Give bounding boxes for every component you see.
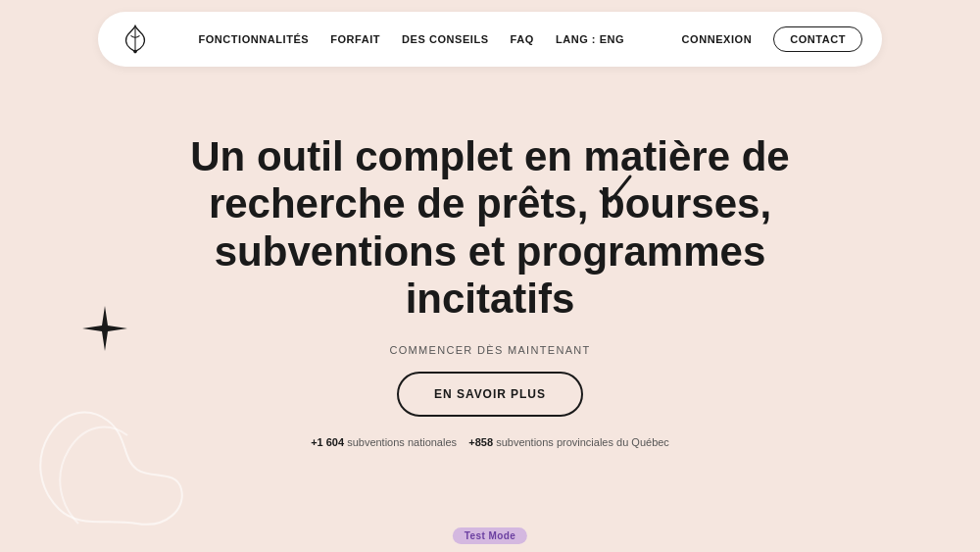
test-mode-badge: Test Mode [453,527,527,544]
logo[interactable] [118,22,153,57]
nav-actions: CONNEXION CONTACT [670,26,862,52]
provincial-label: subventions provinciales du Québec [496,436,669,448]
hero-title: Un outil complet en matière de recherche… [186,133,794,323]
en-savoir-plus-button[interactable]: EN SAVOIR PLUS [397,372,583,417]
contact-button[interactable]: CONTACT [773,26,862,52]
faq-link[interactable]: FAQ [511,33,534,45]
svg-point-0 [133,50,137,54]
hero-stats: +1 604 subventions nationales +858 subve… [311,436,669,448]
fonctionnalites-link[interactable]: FONCTIONNALITÉS [198,33,309,45]
provincial-count: +858 [468,436,493,448]
nav-links: FONCTIONNALITÉS FORFAIT DES CONSEILS FAQ… [198,33,624,45]
des-conseils-link[interactable]: DES CONSEILS [402,33,489,45]
navbar: FONCTIONNALITÉS FORFAIT DES CONSEILS FAQ… [98,12,882,67]
national-label: subventions nationales [347,436,457,448]
hero-section: Un outil complet en matière de recherche… [0,0,980,552]
national-count: +1 604 [311,436,344,448]
hero-subtitle: COMMENCER DÈS MAINTENANT [389,344,590,356]
connexion-button[interactable]: CONNEXION [670,27,764,51]
forfait-link[interactable]: FORFAIT [330,33,380,45]
lang-link[interactable]: LANG : ENG [556,33,624,45]
